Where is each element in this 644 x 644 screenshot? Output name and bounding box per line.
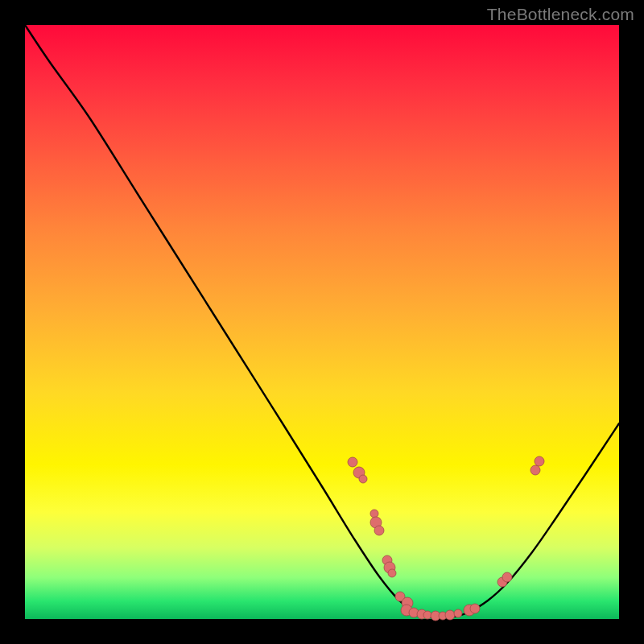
chart-dot xyxy=(530,465,540,475)
chart-dot xyxy=(502,572,512,582)
chart-dot xyxy=(370,510,378,518)
chart-dot xyxy=(535,456,544,466)
chart-dot xyxy=(388,569,396,577)
chart-dot xyxy=(374,526,384,535)
chart-dot xyxy=(423,611,431,619)
chart-overlay-svg xyxy=(25,25,619,619)
chart-dot xyxy=(348,457,357,467)
chart-dot xyxy=(470,604,480,613)
chart-dot xyxy=(454,609,462,617)
chart-dots-group xyxy=(348,456,544,621)
chart-dot xyxy=(359,475,367,483)
chart-plot-area xyxy=(25,25,619,619)
chart-dot xyxy=(445,610,455,620)
watermark-text: TheBottleneck.com xyxy=(487,5,634,24)
bottleneck-curve xyxy=(25,25,619,618)
